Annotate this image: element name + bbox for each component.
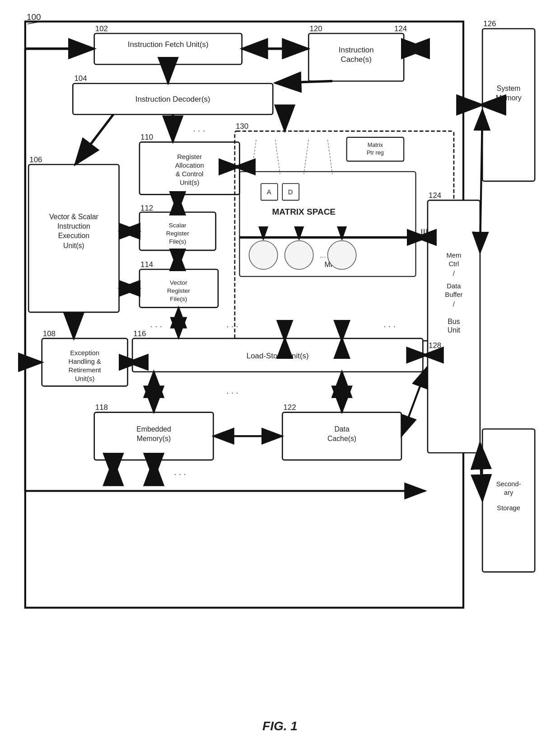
svg-text:120: 120 <box>309 24 322 33</box>
svg-text:Unit(s): Unit(s) <box>75 375 94 382</box>
svg-text:Register: Register <box>177 153 202 160</box>
figure-caption: FIG. 1 <box>262 719 298 733</box>
svg-text:102: 102 <box>95 24 108 33</box>
svg-text:118: 118 <box>95 403 108 412</box>
svg-point-58 <box>249 241 277 269</box>
page-container: 100 Instruction Fetch Unit(s) 102 Instru… <box>0 0 560 747</box>
svg-text:104: 104 <box>74 74 87 83</box>
svg-line-139 <box>480 110 482 253</box>
svg-line-62 <box>252 140 257 174</box>
svg-text:Memory(s): Memory(s) <box>137 435 171 442</box>
architecture-diagram: 100 Instruction Fetch Unit(s) 102 Instru… <box>18 14 542 682</box>
svg-text:100: 100 <box>27 14 41 22</box>
svg-text:Memory: Memory <box>496 94 522 102</box>
svg-text:110: 110 <box>140 133 153 141</box>
svg-text:File(s): File(s) <box>169 238 186 245</box>
svg-text:D: D <box>288 188 293 196</box>
svg-rect-95 <box>482 429 535 572</box>
svg-text:Unit(s): Unit(s) <box>63 242 84 249</box>
svg-text:Register: Register <box>167 287 190 294</box>
svg-text:Instruction Decoder(s): Instruction Decoder(s) <box>135 95 210 103</box>
svg-text:Instruction Fetch Unit(s): Instruction Fetch Unit(s) <box>128 40 209 49</box>
svg-text:128: 128 <box>429 341 441 350</box>
svg-text:Load-Store Unit(s): Load-Store Unit(s) <box>247 352 309 360</box>
diagram-area: 100 Instruction Fetch Unit(s) 102 Instru… <box>18 14 542 682</box>
svg-line-106 <box>75 114 113 164</box>
svg-text:Execution: Execution <box>58 232 89 240</box>
svg-text:Data: Data <box>447 282 461 290</box>
svg-text:& Control: & Control <box>176 170 204 178</box>
svg-text:Data: Data <box>334 425 350 433</box>
svg-text:Mem: Mem <box>447 252 462 259</box>
svg-text:124: 124 <box>394 24 407 33</box>
svg-point-59 <box>285 241 313 269</box>
svg-text:File(s): File(s) <box>170 296 187 302</box>
svg-text:112: 112 <box>140 204 153 212</box>
svg-text:· · ·: · · · <box>193 126 205 135</box>
svg-text:Storage: Storage <box>497 504 520 512</box>
svg-text:Cache(s): Cache(s) <box>327 435 356 442</box>
svg-text:116: 116 <box>133 329 146 338</box>
svg-text:126: 126 <box>483 19 496 28</box>
svg-text:ary: ary <box>504 489 513 496</box>
svg-text:· · ·: · · · <box>226 388 238 397</box>
svg-text:· · ·: · · · <box>174 469 186 479</box>
svg-text:...: ... <box>320 251 326 259</box>
svg-text:· · ·: · · · <box>383 321 395 331</box>
svg-text:124: 124 <box>429 191 441 200</box>
svg-text:Instruction: Instruction <box>57 222 90 230</box>
svg-text:MATRIX SPACE: MATRIX SPACE <box>272 207 336 216</box>
svg-line-129 <box>401 367 427 436</box>
svg-point-60 <box>327 241 356 269</box>
svg-text:Instruction: Instruction <box>339 46 374 54</box>
svg-text:Ptr reg: Ptr reg <box>367 150 384 156</box>
svg-text:· · ·: · · · <box>226 321 238 331</box>
svg-text:Exception: Exception <box>70 349 99 357</box>
svg-text:Bus: Bus <box>448 318 460 325</box>
svg-text:Unit: Unit <box>448 326 461 334</box>
svg-text:System: System <box>497 85 521 92</box>
svg-rect-7 <box>94 33 242 65</box>
svg-rect-81 <box>482 28 535 181</box>
svg-text:Handling &: Handling & <box>69 358 101 365</box>
svg-text:Register: Register <box>166 230 189 237</box>
svg-line-64 <box>304 140 309 174</box>
svg-text:122: 122 <box>283 403 296 412</box>
svg-text:Ctrl: Ctrl <box>448 260 459 268</box>
svg-text:Buffer: Buffer <box>445 291 462 298</box>
svg-text:Second-: Second- <box>496 480 521 488</box>
svg-text:Scalar: Scalar <box>169 222 187 229</box>
svg-text:Matrix: Matrix <box>368 142 383 148</box>
svg-line-63 <box>275 140 280 174</box>
svg-line-65 <box>327 140 332 174</box>
svg-text:Retirement: Retirement <box>69 366 101 374</box>
svg-text:Vector: Vector <box>170 279 187 286</box>
svg-text:Cache(s): Cache(s) <box>341 55 372 64</box>
svg-text:Vector & Scalar: Vector & Scalar <box>49 213 98 221</box>
svg-line-104 <box>275 81 332 83</box>
svg-text:106: 106 <box>29 155 42 164</box>
svg-text:114: 114 <box>140 260 153 269</box>
svg-text:Unit(s): Unit(s) <box>180 179 199 186</box>
svg-text:|||: ||| <box>420 227 428 238</box>
svg-text:· · ·: · · · <box>293 126 305 135</box>
svg-text:130: 130 <box>236 122 248 131</box>
svg-text:· · ·: · · · <box>150 321 162 331</box>
svg-text:Allocation: Allocation <box>175 162 204 169</box>
svg-text:A: A <box>267 188 271 196</box>
svg-text:108: 108 <box>43 329 56 338</box>
svg-text:Embedded: Embedded <box>136 425 171 433</box>
